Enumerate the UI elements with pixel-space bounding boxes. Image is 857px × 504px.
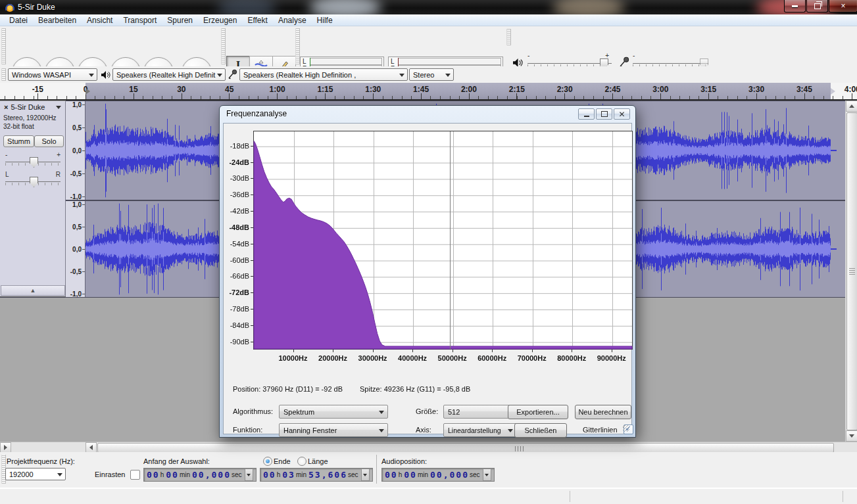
mute-button[interactable]: Stumm (3, 135, 34, 147)
time-digits-sec[interactable]: 53,606 (308, 470, 347, 480)
spectrum-area[interactable] (254, 141, 632, 350)
vertical-scrollbar-thumb[interactable] (846, 112, 857, 430)
scroll-up-button[interactable] (846, 101, 857, 112)
solo-button[interactable]: Solo (34, 135, 64, 147)
menu-item-spuren[interactable]: Spuren (162, 15, 198, 26)
scroll-right-button[interactable] (0, 442, 11, 453)
algorithm-value: Spektrum (283, 408, 314, 416)
spectrum-plot[interactable] (253, 131, 633, 350)
menu-item-transport[interactable]: Transport (118, 15, 162, 26)
timeline-ruler[interactable]: -1501530451:001:151:301:452:002:152:302:… (0, 83, 857, 101)
timefield-spinner[interactable] (361, 469, 370, 481)
scroll-left-button[interactable] (86, 442, 97, 453)
dropdown-arrow-icon (379, 429, 384, 432)
size-select[interactable]: 512 (443, 405, 517, 419)
ruler-value-label: 0,0 (72, 147, 82, 154)
time-digits-h[interactable]: 00 (385, 470, 398, 480)
length-radio[interactable] (297, 457, 306, 466)
menu-item-hilfe[interactable]: Hilfe (312, 15, 338, 26)
window-restore-button[interactable] (806, 0, 828, 12)
dialog-resize-grip[interactable] (623, 425, 629, 432)
pan-thumb[interactable] (30, 177, 38, 187)
time-digits-min[interactable]: 00 (166, 470, 179, 480)
device-toolbar-grip[interactable] (1, 68, 6, 81)
scrollbar-grip (515, 446, 524, 451)
y-axis-label: -72dB (229, 288, 249, 296)
timefield-spinner[interactable] (245, 469, 253, 481)
horizontal-scrollbar-thumb[interactable] (97, 443, 834, 453)
vertical-ruler-channel-1[interactable]: 1,00,50,0-0,5-1,0 (66, 101, 86, 200)
algorithm-select[interactable]: Spektrum (279, 405, 388, 419)
pan-slider[interactable]: L R (5, 173, 61, 184)
tools-toolbar-grip[interactable] (221, 28, 226, 64)
horizontal-scrollbar[interactable] (0, 442, 857, 452)
vertical-scrollbar[interactable] (845, 101, 857, 442)
window-close-button[interactable]: × (829, 0, 857, 12)
export-button[interactable]: Exportieren... (508, 405, 568, 419)
vertical-ruler-channel-2[interactable]: 1,00,50,0-0,5-1,0 (66, 201, 86, 297)
audio-position-timefield[interactable]: 00h00min00,000sec (381, 468, 495, 482)
ruler-tick (82, 104, 85, 105)
end-radio[interactable] (263, 457, 272, 466)
track-collapse-button[interactable]: ▲ (1, 285, 65, 296)
mixer-toolbar-grip[interactable] (506, 29, 511, 45)
dialog-close-button[interactable]: ✕ (614, 108, 630, 120)
time-digits-h[interactable]: 00 (147, 470, 160, 480)
dropdown-arrow-icon (89, 74, 94, 77)
ruler-tick (82, 249, 85, 250)
timefield-spinner[interactable] (483, 469, 491, 481)
slider-min-label: - (527, 52, 529, 59)
title-bar[interactable]: 5-Sir Duke × (0, 0, 857, 14)
transport-toolbar-grip[interactable] (1, 28, 6, 64)
selection-end-marker[interactable] (831, 88, 835, 95)
timeline-label-3-15: 3:15 (700, 85, 716, 94)
menu-item-datei[interactable]: Datei (4, 15, 33, 26)
timeline-label-3-30: 3:30 (748, 85, 764, 94)
ruler-tick (82, 294, 85, 294)
close-dialog-button[interactable]: Schließen (514, 423, 567, 438)
close-icon: ✕ (618, 110, 625, 119)
meter-toolbar-grip[interactable] (295, 28, 300, 64)
time-digits-min[interactable]: 03 (282, 470, 295, 480)
selection-end-timefield[interactable]: 00h03min53,606sec (260, 468, 373, 482)
timeline-major-ticks (0, 93, 857, 99)
recording-channels-select[interactable]: Stereo (409, 68, 454, 81)
time-digits-min[interactable]: 00 (404, 470, 417, 480)
function-select[interactable]: Hanning Fenster (279, 423, 388, 437)
plot-y-axis-labels: -18dB-24dB-30dB-36dB-42dB-48dB-54dB-60dB… (224, 131, 253, 350)
time-digits-sec[interactable]: 00,000 (192, 470, 231, 480)
snap-to-checkbox[interactable] (130, 470, 140, 480)
playback-device-select[interactable]: Speakers (Realtek High Definit (112, 68, 226, 81)
track-format-line2: 32-bit float (3, 123, 34, 130)
recording-device-select[interactable]: Speakers (Realtek High Definition , (239, 68, 408, 81)
dialog-minimize-button[interactable] (578, 108, 595, 120)
recording-channels-value: Stereo (413, 71, 434, 79)
dialog-restore-button[interactable] (596, 108, 612, 120)
menu-item-erzeugen[interactable]: Erzeugen (198, 15, 242, 26)
time-digits-h[interactable]: 00 (263, 470, 276, 480)
time-digits-sec[interactable]: 00,000 (430, 470, 469, 480)
track-close-button[interactable]: × (1, 103, 11, 111)
selection-start-timefield[interactable]: 00h00min00,000sec (143, 468, 257, 482)
scroll-down-button[interactable] (846, 430, 857, 442)
recalculate-button[interactable]: Neu berechnen (575, 405, 631, 419)
menu-item-analyse[interactable]: Analyse (273, 15, 312, 26)
selection-start-marker[interactable] (86, 88, 90, 95)
menu-item-ansicht[interactable]: Ansicht (82, 15, 118, 26)
gain-thumb[interactable] (30, 157, 38, 168)
audio-host-select[interactable]: Windows WASAPI (8, 68, 97, 81)
frequency-analysis-dialog[interactable]: Frequenzanalyse ✕ -18dB-24dB-30dB-36dB-4… (219, 105, 636, 438)
track-control-panel[interactable]: × 5-Sir Duke Stereo, 192000Hz 32-bit flo… (0, 101, 66, 297)
length-radio-label: Länge (308, 457, 328, 465)
x-axis-tick (333, 350, 333, 352)
axis-select[interactable]: Lineardarstellung (443, 423, 517, 437)
track-name[interactable]: 5-Sir Duke (11, 103, 56, 111)
gain-slider[interactable]: - + (5, 154, 61, 164)
y-axis-label: -54dB (230, 240, 249, 248)
menu-item-bearbeiten[interactable]: Bearbeiten (33, 15, 82, 26)
timeline-label-45: 45 (225, 85, 233, 94)
menu-item-effekt[interactable]: Effekt (242, 15, 272, 26)
track-menu-arrow-icon[interactable] (56, 106, 61, 109)
project-rate-select[interactable]: 192000 (5, 468, 66, 480)
window-minimize-button[interactable] (784, 0, 806, 12)
